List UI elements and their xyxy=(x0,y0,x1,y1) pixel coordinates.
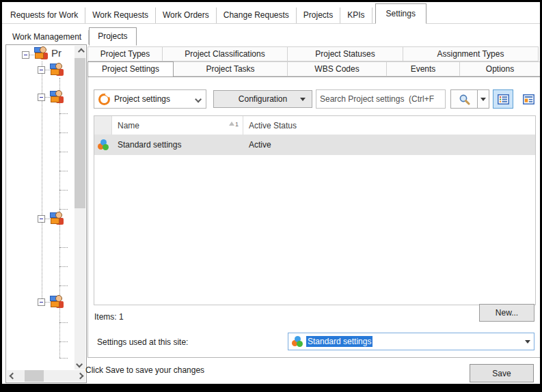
vertical-scroll-thumb[interactable] xyxy=(74,58,85,208)
save-button[interactable]: Save xyxy=(470,364,534,382)
tree-connector xyxy=(45,302,50,303)
tree-collapse-toggle[interactable] xyxy=(38,215,45,223)
scroll-left-button[interactable] xyxy=(7,370,18,381)
tree-collapse-toggle[interactable] xyxy=(38,298,45,306)
settings-balls-icon xyxy=(292,336,303,347)
tree-connector xyxy=(59,322,68,323)
name-column-label: Name xyxy=(118,121,139,130)
project-node-icon xyxy=(34,46,49,61)
combobox-dropdown-button[interactable] xyxy=(521,333,534,350)
tree-connector xyxy=(45,97,50,98)
settings-table: Name 1 Active Status Standard settings A… xyxy=(94,115,536,305)
scroll-right-button[interactable] xyxy=(74,370,85,381)
tree-connector xyxy=(59,285,68,286)
tab-project-statuses[interactable]: Project Statuses xyxy=(287,46,403,61)
chevron-up-icon xyxy=(77,48,84,55)
dropdown-arrow-icon xyxy=(525,340,530,344)
tree-vertical-scrollbar[interactable] xyxy=(74,46,85,369)
settings-sub-tab-bar: Work Management Projects xyxy=(5,27,137,44)
tree-connector xyxy=(59,209,68,210)
tab-assignment-types[interactable]: Assignment Types xyxy=(403,46,539,61)
tree-connector xyxy=(59,358,68,359)
project-node-icon xyxy=(50,63,64,77)
tree-connector xyxy=(59,132,68,133)
tab-work-management[interactable]: Work Management xyxy=(5,30,89,44)
details-view-icon xyxy=(498,94,509,104)
status-column-label: Active Status xyxy=(249,121,297,130)
configuration-button-label: Configuration xyxy=(239,94,287,104)
sort-ascending-indicator: 1 xyxy=(229,121,239,128)
details-view-button[interactable] xyxy=(493,89,513,109)
settings-balls-icon xyxy=(98,139,109,150)
items-count-label: Items: 1 xyxy=(94,308,124,326)
sort-arrow-icon xyxy=(229,122,234,126)
tree-connector xyxy=(59,266,68,267)
tree-collapse-toggle[interactable] xyxy=(22,51,29,59)
table-row[interactable]: Standard settings Active xyxy=(94,135,535,155)
tab-project-settings[interactable]: Project Settings xyxy=(87,61,174,77)
tab-project-types[interactable]: Project Types xyxy=(87,46,163,61)
category-combobox[interactable]: Project settings xyxy=(94,89,206,109)
row-status-cell: Active xyxy=(243,140,535,150)
tab-work-orders[interactable]: Work Orders xyxy=(156,8,217,23)
project-tree-panel: Pr xyxy=(5,44,87,383)
name-column-header[interactable]: Name 1 xyxy=(112,116,243,135)
tree-connector xyxy=(59,171,68,171)
save-hint-text: Click Save to save your changes xyxy=(85,365,204,375)
project-node-icon xyxy=(50,90,64,104)
scroll-up-button[interactable] xyxy=(74,46,85,57)
horizontal-scroll-thumb[interactable] xyxy=(25,370,44,382)
site-settings-value: Standard settings xyxy=(306,336,372,347)
project-settings-content: Project settings Configuration xyxy=(87,76,540,358)
settings-category-tabs-row2: Project Settings Project Tasks WBS Codes… xyxy=(87,61,540,76)
tab-settings[interactable]: Settings xyxy=(375,3,426,24)
search-icon xyxy=(451,90,478,108)
tree-connector xyxy=(59,341,68,342)
search-options-arrow[interactable] xyxy=(478,90,489,108)
tab-options[interactable]: Options xyxy=(459,61,540,76)
scroll-down-button[interactable] xyxy=(74,359,85,369)
card-view-icon xyxy=(523,94,534,104)
tab-wbs-codes[interactable]: WBS Codes xyxy=(287,61,387,76)
chevron-left-icon xyxy=(9,372,16,379)
tab-work-requests[interactable]: Work Requests xyxy=(85,8,156,23)
tab-events[interactable]: Events xyxy=(386,61,460,76)
tree-horizontal-scrollbar[interactable] xyxy=(7,370,85,382)
refresh-ring-icon xyxy=(98,94,110,105)
tab-project-classifications[interactable]: Project Classifications xyxy=(162,46,288,61)
row-name-cell: Standard settings xyxy=(112,140,243,150)
tree-connector xyxy=(45,219,50,219)
tree-connector xyxy=(45,70,50,70)
tree-collapse-toggle[interactable] xyxy=(38,66,45,74)
dropdown-arrow-icon xyxy=(300,98,306,101)
tree-connector xyxy=(29,55,34,55)
project-node-icon xyxy=(50,295,64,309)
search-input[interactable] xyxy=(316,89,446,109)
settings-category-tabs-row1: Project Types Project Classifications Pr… xyxy=(87,46,540,61)
tab-kpis[interactable]: KPIs xyxy=(340,8,372,23)
search-button[interactable] xyxy=(450,89,489,109)
tree-connector xyxy=(59,113,68,114)
dropdown-arrow-icon xyxy=(480,98,486,101)
tab-project-tasks[interactable]: Project Tasks xyxy=(173,61,288,76)
tab-projects[interactable]: Projects xyxy=(297,8,340,23)
tab-requests-for-work[interactable]: Requests for Work xyxy=(3,8,85,23)
tab-bar-filler xyxy=(426,8,540,23)
tree-connector xyxy=(59,152,68,152)
tab-change-requests[interactable]: Change Requests xyxy=(217,8,297,23)
tab-projects-settings[interactable]: Projects xyxy=(89,27,136,46)
card-view-button[interactable] xyxy=(518,89,539,109)
site-settings-label: Settings used at this site: xyxy=(97,337,188,347)
new-button[interactable]: New... xyxy=(479,304,534,322)
tree-root-label[interactable]: Pr xyxy=(51,47,62,59)
project-node-icon xyxy=(50,212,64,226)
category-combobox-value: Project settings xyxy=(114,94,193,104)
active-status-column-header[interactable]: Active Status xyxy=(243,116,535,135)
tree-collapse-toggle[interactable] xyxy=(38,94,45,101)
tree-connector xyxy=(59,247,68,248)
icon-column-header[interactable] xyxy=(94,116,112,135)
configuration-button[interactable]: Configuration xyxy=(213,90,312,108)
table-header: Name 1 Active Status xyxy=(94,116,535,135)
site-settings-combobox[interactable]: Standard settings xyxy=(288,333,534,350)
application-window: Requests for Work Work Requests Work Ord… xyxy=(2,2,540,384)
